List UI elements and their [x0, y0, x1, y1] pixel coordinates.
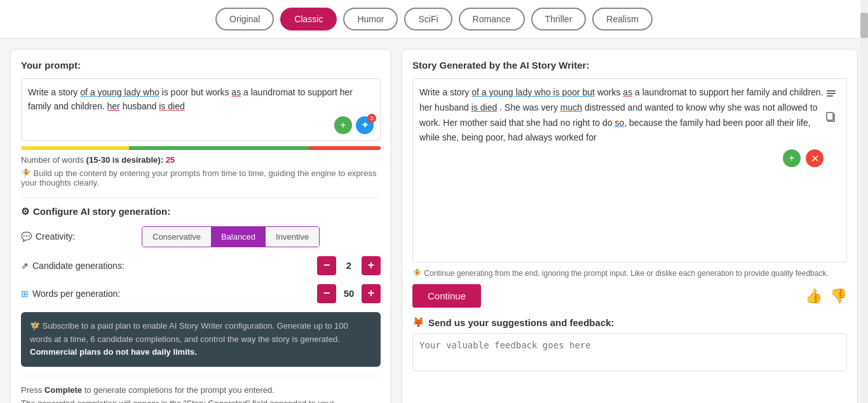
continue-btn[interactable]: Continue	[412, 284, 481, 308]
feedback-emoji: 🦊	[412, 317, 424, 328]
candidate-stepper: − 2 +	[317, 256, 381, 275]
scrollbar-thumb[interactable]	[860, 13, 868, 38]
story-output-container[interactable]: Write a story of a young lady who is poo…	[412, 78, 847, 263]
add-prompt-btn[interactable]: +	[334, 116, 352, 134]
style-btn-classic[interactable]: Classic	[280, 8, 337, 31]
svg-rect-2	[827, 95, 833, 97]
creativity-balanced[interactable]: Balanced	[211, 227, 266, 247]
divider-2	[21, 376, 381, 376]
copy-icon[interactable]	[822, 108, 840, 126]
creativity-row: 💬 Creativity: Conservative Balanced Inve…	[21, 226, 381, 247]
subscribe-strong: Commercial plans do not have daily limit…	[30, 347, 197, 357]
gear-icon: ⚙	[21, 206, 29, 217]
candidate-row: ⇗ Candidate generations: − 2 +	[21, 256, 381, 275]
style-selector: OriginalClassicHumorSciFiRomanceThriller…	[0, 0, 868, 39]
format-list-icon[interactable]	[822, 85, 840, 103]
words-icon: ⊞	[21, 289, 29, 299]
style-btn-realism[interactable]: Realism	[592, 8, 653, 31]
candidates-icon: ⇗	[21, 261, 29, 271]
progress-red	[309, 146, 381, 150]
story-action-icons: + ✕	[419, 149, 824, 167]
story-hint: 🧚 Continue generating from the end, igno…	[412, 268, 847, 279]
prompt-action-icons: + ✦ 3	[28, 116, 374, 134]
left-panel: Your prompt: Write a story of a young la…	[10, 49, 391, 403]
badge-count: 3	[367, 114, 376, 123]
style-btn-original[interactable]: Original	[215, 8, 274, 31]
story-add-btn[interactable]: +	[783, 149, 801, 167]
prompt-container: Write a story of a young lady who is poo…	[21, 78, 381, 141]
words-value: 50	[341, 288, 356, 299]
configure-title: ⚙ Configure AI story generation:	[21, 206, 381, 217]
feedback-title: 🦊 Send us your suggestions and feedback:	[412, 317, 847, 328]
creativity-conservative[interactable]: Conservative	[142, 227, 211, 247]
feedback-input[interactable]	[412, 333, 847, 371]
feedback-icons: 👍 👎	[805, 288, 847, 304]
candidate-value: 2	[341, 260, 356, 271]
creativity-inventive[interactable]: Inventive	[266, 227, 319, 247]
word-count-value: 25	[166, 155, 175, 165]
prompt-text: Write a story of a young lady who is poo…	[28, 85, 374, 114]
creativity-label: 💬 Creativity:	[21, 231, 135, 242]
subscribe-text: 🧚 Subscribe to a paid plan to enable AI …	[30, 321, 348, 344]
candidate-label: ⇗ Candidate generations:	[21, 261, 135, 271]
subscribe-box: 🧚 Subscribe to a paid plan to enable AI …	[21, 312, 381, 367]
candidate-increase-btn[interactable]: +	[362, 256, 381, 275]
words-label: ⊞ Words per generation:	[21, 289, 135, 299]
words-stepper: − 50 +	[317, 284, 381, 303]
dislike-btn[interactable]: 👎	[830, 288, 847, 304]
story-format-icons	[822, 85, 840, 126]
progress-green	[129, 146, 309, 150]
style-btn-thriller[interactable]: Thriller	[531, 8, 587, 31]
svg-rect-4	[827, 113, 833, 120]
words-decrease-btn[interactable]: −	[317, 284, 336, 303]
prompt-title: Your prompt:	[21, 60, 381, 71]
candidate-decrease-btn[interactable]: −	[317, 256, 336, 275]
notification-btn[interactable]: ✦ 3	[356, 116, 374, 134]
chat-icon: 💬	[21, 231, 32, 242]
words-row: ⊞ Words per generation: − 50 +	[21, 284, 381, 303]
style-btn-romance[interactable]: Romance	[459, 8, 525, 31]
progress-bar	[21, 146, 381, 150]
continue-row: Continue 👍 👎	[412, 284, 847, 308]
word-count-row: Number of words (15-30 is desirable): 25	[21, 155, 381, 165]
divider-1	[21, 198, 381, 198]
scrollbar[interactable]	[860, 0, 868, 403]
prompt-hint: 🧚 Build up the content by entering your …	[21, 168, 381, 188]
story-text: Write a story of a young lady who is poo…	[419, 85, 824, 146]
svg-rect-0	[827, 90, 836, 92]
story-cancel-btn[interactable]: ✕	[806, 149, 824, 167]
progress-yellow	[21, 146, 129, 150]
words-increase-btn[interactable]: +	[362, 284, 381, 303]
creativity-options: Conservative Balanced Inventive	[142, 226, 320, 247]
style-btn-humor[interactable]: Humor	[343, 8, 398, 31]
press-complete-text: Press Complete to generate completions f…	[21, 384, 381, 403]
style-btn-scifi[interactable]: SciFi	[404, 8, 452, 31]
word-count-label: Number of words	[21, 155, 84, 165]
like-btn[interactable]: 👍	[805, 288, 822, 304]
main-content: Your prompt: Write a story of a young la…	[0, 39, 868, 403]
story-title: Story Generated by the AI Story Writer:	[412, 60, 847, 71]
svg-rect-1	[827, 93, 836, 94]
right-panel: Story Generated by the AI Story Writer: …	[402, 49, 858, 403]
